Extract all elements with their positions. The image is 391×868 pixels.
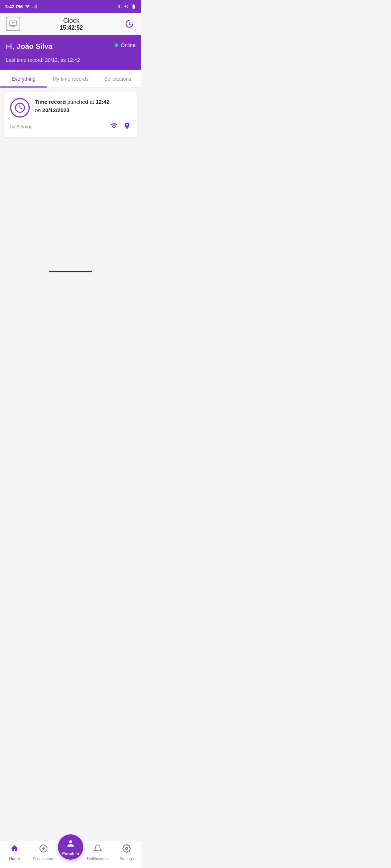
bluetooth-icon [117, 4, 122, 9]
tabs-bar: Everything My time records Solicitations [0, 70, 141, 88]
tab-solicitations[interactable]: Solicitations [94, 70, 141, 88]
main-content: Time record punched at 12:42 on 20/12/20… [0, 88, 141, 269]
app-bar-title: Clock 15:42:52 [60, 17, 83, 31]
app-logo [6, 17, 20, 31]
wifi-icon [110, 122, 118, 132]
header-banner: Hi, João Silva Online Last time record: … [0, 35, 141, 70]
home-indicator [49, 271, 92, 272]
status-left: 3:42 PM [5, 4, 37, 9]
svg-rect-0 [33, 7, 33, 8]
online-status: Online [114, 42, 135, 48]
online-dot [114, 43, 119, 47]
time-record-card: Time record punched at 12:42 on 20/12/20… [4, 92, 137, 137]
svg-rect-2 [35, 5, 35, 9]
status-time: 3:42 PM [5, 4, 23, 9]
battery-icon [131, 4, 136, 9]
history-button[interactable] [122, 17, 135, 30]
clock-icon [10, 98, 30, 118]
last-record-text: Last time record: 20/12, às 12:42 [6, 57, 135, 63]
time-ago: há 3 horas [10, 124, 32, 129]
signal-icon [32, 4, 37, 9]
time-record-details: Time record punched at 12:42 on 20/12/20… [35, 98, 131, 114]
svg-rect-4 [10, 21, 16, 26]
status-right [117, 4, 136, 9]
tab-everything[interactable]: Everything [0, 70, 47, 88]
app-bar: Clock 15:42:52 [0, 13, 141, 35]
status-bar: 3:42 PM [0, 0, 141, 13]
svg-rect-1 [34, 6, 34, 8]
mute-icon [124, 4, 129, 9]
wifi-status-icon [25, 4, 30, 9]
greeting: Hi, João Silva [6, 42, 52, 51]
record-icons [110, 122, 131, 132]
svg-rect-3 [36, 4, 37, 8]
location-icon [123, 122, 131, 132]
tab-my-time-records[interactable]: My time records [47, 70, 94, 88]
